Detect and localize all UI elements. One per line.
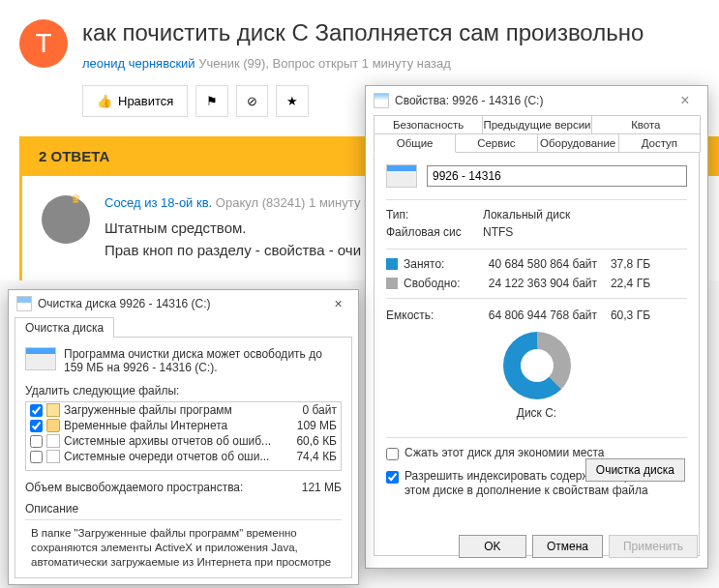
free-gb: 22,4 ГБ bbox=[597, 277, 650, 290]
answer-time: 1 минуту н bbox=[309, 195, 371, 210]
type-label: Тип: bbox=[386, 208, 483, 221]
answer-rank: Оракул (83241) bbox=[216, 195, 306, 210]
dialog-title: Свойства: 9926 - 14316 (C:) bbox=[395, 94, 543, 107]
bookmark-button[interactable]: ⚑ bbox=[195, 85, 228, 117]
tab-body: Тип: Локальный диск Файловая сис NTFS За… bbox=[374, 152, 700, 556]
cleanup-close-button[interactable]: × bbox=[326, 296, 350, 311]
question-header: Т как почистить диск С Заполняется сам п… bbox=[19, 19, 719, 71]
properties-dialog: Свойства: 9926 - 14316 (C:) × Безопаснос… bbox=[365, 85, 708, 569]
answer-author-link[interactable]: Сосед из 18-ой кв. bbox=[105, 195, 212, 210]
free-bytes: 24 122 363 904 байт bbox=[471, 277, 597, 290]
cleanup-icon bbox=[16, 296, 32, 311]
compress-checkbox[interactable] bbox=[386, 448, 399, 460]
list-item[interactable]: Системные архивы отчетов об ошиб... 60,6… bbox=[26, 433, 341, 449]
item-name: Системные очереди отчетов об оши... bbox=[64, 450, 269, 463]
free-swatch bbox=[386, 278, 398, 289]
star-icon: ★ bbox=[286, 94, 298, 108]
tab-hardware[interactable]: Оборудование bbox=[537, 133, 619, 152]
item-name: Загруженные файлы программ bbox=[64, 403, 232, 417]
item-checkbox[interactable] bbox=[30, 435, 43, 448]
like-button[interactable]: 👍 Нравится bbox=[82, 85, 188, 117]
item-checkbox[interactable] bbox=[30, 451, 43, 463]
free-space-value: 121 МБ bbox=[302, 481, 342, 494]
used-bytes: 40 684 580 864 байт bbox=[471, 257, 597, 271]
cleanup-info-text: Программа очистки диска может освободить… bbox=[64, 347, 342, 374]
cleanup-dialog: Очистка диска 9926 - 14316 (C:) × Очистк… bbox=[8, 289, 359, 585]
cancel-button[interactable]: Отмена bbox=[532, 535, 603, 558]
delete-files-label: Удалить следующие файлы: bbox=[25, 384, 342, 397]
drive-icon bbox=[374, 93, 389, 108]
ok-button[interactable]: OK bbox=[459, 535, 526, 558]
tab-service[interactable]: Сервис bbox=[455, 133, 537, 152]
disk-label: Диск C: bbox=[386, 406, 687, 420]
cleanup-tab[interactable]: Очистка диска bbox=[15, 317, 114, 338]
file-icon bbox=[46, 450, 60, 463]
compress-label: Сжать этот диск для экономии места bbox=[404, 446, 604, 461]
type-value: Локальный диск bbox=[483, 208, 687, 221]
like-label: Нравится bbox=[118, 94, 173, 108]
tab-access[interactable]: Доступ bbox=[618, 133, 701, 152]
titlebar[interactable]: Свойства: 9926 - 14316 (C:) × bbox=[366, 86, 707, 115]
author-rank: Ученик (99), bbox=[198, 56, 269, 71]
item-size: 74,4 КБ bbox=[296, 450, 337, 463]
tab-security[interactable]: Безопасность bbox=[374, 115, 483, 133]
free-label: Свободно: bbox=[404, 277, 471, 290]
answer-avatar[interactable] bbox=[42, 195, 90, 244]
tabs-row-top: Безопасность Предыдущие версии Квота bbox=[366, 115, 707, 133]
apply-button[interactable]: Применить bbox=[609, 535, 698, 558]
index-checkbox[interactable] bbox=[386, 471, 399, 484]
tabs-row-bottom: Общие Сервис Оборудование Доступ bbox=[366, 133, 707, 152]
description-text: В папке "Загруженные файлы программ" вре… bbox=[25, 519, 342, 573]
item-name: Системные архивы отчетов об ошиб... bbox=[64, 434, 271, 448]
used-swatch bbox=[386, 258, 398, 270]
file-icon bbox=[46, 434, 60, 448]
close-button[interactable]: × bbox=[671, 92, 700, 109]
drive-name-input[interactable] bbox=[427, 165, 687, 187]
item-checkbox[interactable] bbox=[30, 420, 43, 432]
free-space-label: Объем высвобождаемого пространства: bbox=[25, 481, 243, 494]
fs-label: Файловая сис bbox=[386, 225, 483, 239]
block-icon: ⊘ bbox=[247, 94, 257, 108]
list-item[interactable]: Временные файлы Интернета 109 МБ bbox=[26, 418, 341, 433]
list-item[interactable]: Системные очереди отчетов об оши... 74,4… bbox=[26, 449, 341, 464]
cleanup-body: Программа очистки диска может освободить… bbox=[15, 337, 352, 578]
item-name: Временные файлы Интернета bbox=[64, 419, 227, 432]
tab-prev-versions[interactable]: Предыдущие версии bbox=[482, 115, 591, 133]
author-link[interactable]: леонид чернявский bbox=[82, 56, 195, 71]
list-item[interactable]: Загруженные файлы программ 0 байт bbox=[26, 402, 341, 418]
capacity-label: Емкость: bbox=[386, 309, 471, 322]
item-checkbox[interactable] bbox=[30, 404, 43, 417]
question-status: Вопрос открыт 1 минуту назад bbox=[273, 56, 451, 71]
crown-icon: ♛ bbox=[71, 192, 81, 206]
cleanup-titlebar[interactable]: Очистка диска 9926 - 14316 (C:) × bbox=[9, 290, 358, 317]
thumbs-up-icon: 👍 bbox=[97, 94, 112, 108]
item-size: 0 байт bbox=[303, 403, 337, 417]
cleanup-drive-icon bbox=[25, 347, 56, 370]
block-button[interactable]: ⊘ bbox=[236, 85, 268, 117]
answer-avatar-wrap: ♛ bbox=[42, 195, 90, 261]
cleanup-file-list[interactable]: Загруженные файлы программ 0 байт Времен… bbox=[25, 401, 342, 471]
fs-value: NTFS bbox=[483, 225, 687, 239]
capacity-gb: 60,3 ГБ bbox=[597, 309, 650, 322]
question-meta: леонид чернявский Ученик (99), Вопрос от… bbox=[82, 56, 719, 71]
usage-donut-chart bbox=[503, 332, 571, 399]
item-size: 109 МБ bbox=[297, 419, 337, 432]
lock-icon bbox=[46, 419, 60, 432]
used-label: Занято: bbox=[404, 257, 471, 271]
item-size: 60,6 КБ bbox=[296, 434, 337, 448]
question-title: как почистить диск С Заполняется сам про… bbox=[82, 19, 719, 46]
drive-large-icon bbox=[386, 164, 417, 188]
star-button[interactable]: ★ bbox=[276, 85, 309, 117]
description-label: Описание bbox=[25, 502, 342, 515]
tab-general[interactable]: Общие bbox=[374, 133, 456, 153]
disk-cleanup-button[interactable]: Очистка диска bbox=[585, 458, 685, 482]
tab-quota[interactable]: Квота bbox=[591, 115, 701, 133]
used-gb: 37,8 ГБ bbox=[597, 257, 650, 271]
avatar[interactable]: Т bbox=[19, 19, 68, 68]
flag-icon: ⚑ bbox=[206, 94, 218, 108]
cleanup-title: Очистка диска 9926 - 14316 (C:) bbox=[38, 297, 211, 310]
capacity-bytes: 64 806 944 768 байт bbox=[471, 309, 597, 322]
folder-icon bbox=[46, 403, 60, 417]
